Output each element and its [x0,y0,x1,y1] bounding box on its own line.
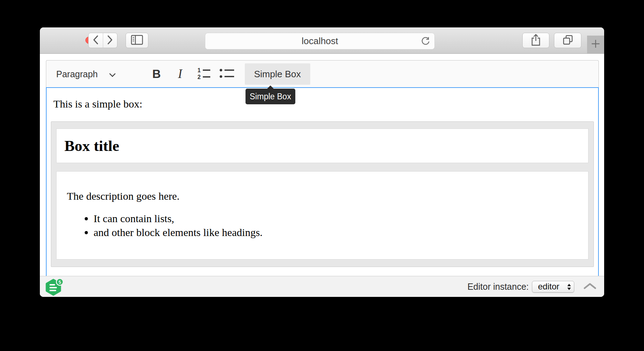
nav-button-group [88,33,117,48]
browser-window: localhost [40,27,604,297]
address-bar-url: localhost [302,36,338,47]
svg-text:1: 1 [197,67,201,73]
editor-content-area[interactable]: This is a simple box: Box title The desc… [46,87,599,276]
webpage: Paragraph B I 1 2 [40,54,604,297]
chevron-right-icon [107,35,113,46]
inspector-bar: 5 Editor instance: editor [40,276,604,297]
tabs-overview-icon [562,34,574,47]
titlebar: localhost [40,27,604,54]
editor-instance-value: editor [538,282,559,292]
numbered-list-button[interactable]: 1 2 [194,63,213,85]
editor-instance-select[interactable]: editor [532,281,574,293]
inspector-collapse-button[interactable] [584,283,596,291]
inspector-controls: Editor instance: editor [468,281,604,293]
ckeditor-logo-icon: 5 [45,278,64,297]
box-title-heading: Box title [64,137,119,154]
intro-paragraph: This is a simple box: [53,98,594,110]
italic-icon: I [178,67,182,81]
editor-toolbar: Paragraph B I 1 2 [46,60,599,88]
chevron-left-icon [93,35,99,46]
paragraph-style-dropdown[interactable]: Paragraph [52,63,120,85]
tooltip-text: Simple Box [250,92,291,101]
simple-box-button-label: Simple Box [254,69,301,80]
paragraph-style-label: Paragraph [56,69,98,79]
simple-box-widget[interactable]: Box title The description goes here. It … [51,121,594,267]
bulleted-list-button[interactable] [217,63,237,85]
share-button[interactable] [522,33,549,48]
sidebar-icon [131,35,143,46]
italic-button[interactable]: I [170,63,190,85]
description-list: It can contain lists, and other block el… [64,211,580,239]
list-item: It can contain lists, [94,211,580,225]
bold-icon: B [152,67,161,81]
description-paragraph: The description goes here. [67,190,580,202]
bulleted-list-icon [219,68,235,80]
new-tab-button[interactable] [587,36,604,53]
bold-button[interactable]: B [147,63,167,85]
numbered-list-icon: 1 2 [196,67,211,82]
back-button[interactable] [89,33,103,48]
logo-badge: 5 [58,279,61,285]
simple-box-button[interactable]: Simple Box [245,63,310,85]
simple-box-description-section[interactable]: The description goes here. It can contai… [56,171,588,260]
address-bar[interactable]: localhost [205,33,435,49]
chevron-down-icon [109,69,116,79]
chevron-up-icon [584,283,596,291]
list-item: and other block elements like headings. [94,225,580,239]
show-all-tabs-button[interactable] [554,33,581,48]
reload-icon[interactable] [421,36,431,46]
screenshot-stage: localhost [0,0,644,351]
editor-instance-label: Editor instance: [468,282,529,292]
share-icon [531,33,541,48]
plus-icon [590,38,601,51]
select-arrows-icon [567,283,571,293]
sidebar-toggle-button[interactable] [126,33,148,48]
simple-box-tooltip: Simple Box [246,89,295,104]
simple-box-title-section[interactable]: Box title [56,129,588,163]
svg-text:2: 2 [197,74,201,80]
forward-button[interactable] [103,33,117,48]
